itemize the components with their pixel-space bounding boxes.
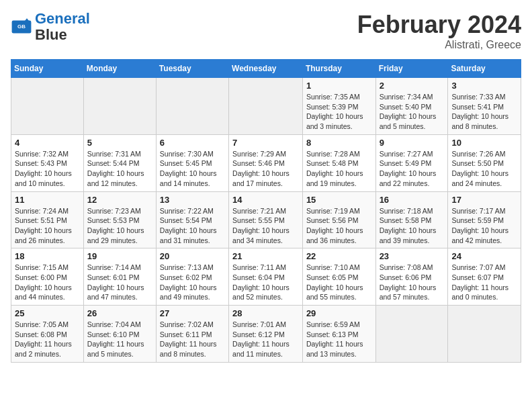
day-number: 4	[15, 138, 80, 148]
page-header: GB GeneralBlue February 2024 Alistrati, …	[11, 11, 521, 51]
day-info: Sunrise: 7:04 AM Sunset: 6:10 PM Dayligh…	[87, 320, 152, 359]
day-cell: 5Sunrise: 7:31 AM Sunset: 5:44 PM Daylig…	[83, 134, 156, 191]
logo-icon: GB	[11, 16, 32, 38]
day-number: 3	[451, 81, 517, 91]
day-number: 16	[380, 195, 445, 205]
subtitle: Alistrati, Greece	[357, 39, 521, 51]
day-cell: 11Sunrise: 7:24 AM Sunset: 5:51 PM Dayli…	[11, 191, 84, 248]
day-cell: 23Sunrise: 7:08 AM Sunset: 6:06 PM Dayli…	[375, 248, 448, 306]
day-info: Sunrise: 7:07 AM Sunset: 6:07 PM Dayligh…	[451, 263, 517, 302]
day-cell: 9Sunrise: 7:27 AM Sunset: 5:49 PM Daylig…	[375, 134, 448, 191]
day-number: 14	[232, 195, 299, 205]
calendar-header: SundayMondayTuesdayWednesdayThursdayFrid…	[11, 60, 521, 78]
day-number: 8	[306, 138, 372, 148]
day-number: 18	[15, 251, 80, 261]
header-cell-monday: Monday	[83, 60, 156, 78]
day-cell: 18Sunrise: 7:15 AM Sunset: 6:00 PM Dayli…	[11, 248, 84, 306]
day-cell	[448, 306, 521, 363]
day-cell: 6Sunrise: 7:30 AM Sunset: 5:45 PM Daylig…	[156, 134, 228, 191]
day-cell: 4Sunrise: 7:32 AM Sunset: 5:43 PM Daylig…	[11, 134, 84, 191]
day-cell: 2Sunrise: 7:34 AM Sunset: 5:40 PM Daylig…	[375, 78, 448, 135]
day-number: 24	[451, 251, 517, 261]
day-info: Sunrise: 7:33 AM Sunset: 5:41 PM Dayligh…	[451, 92, 517, 132]
day-info: Sunrise: 7:19 AM Sunset: 5:56 PM Dayligh…	[306, 206, 372, 246]
header-cell-sunday: Sunday	[11, 60, 84, 78]
header-cell-thursday: Thursday	[302, 60, 375, 78]
header-cell-tuesday: Tuesday	[156, 60, 228, 78]
day-number: 17	[451, 195, 517, 205]
day-info: Sunrise: 7:08 AM Sunset: 6:06 PM Dayligh…	[380, 263, 445, 302]
day-number: 27	[160, 308, 225, 318]
day-info: Sunrise: 7:14 AM Sunset: 6:01 PM Dayligh…	[87, 263, 152, 302]
day-cell: 14Sunrise: 7:21 AM Sunset: 5:55 PM Dayli…	[229, 191, 303, 248]
day-cell: 8Sunrise: 7:28 AM Sunset: 5:48 PM Daylig…	[302, 134, 375, 191]
day-number: 10	[451, 138, 517, 148]
day-number: 1	[306, 81, 372, 91]
day-cell: 22Sunrise: 7:10 AM Sunset: 6:05 PM Dayli…	[302, 248, 375, 306]
day-number: 2	[380, 81, 445, 91]
day-info: Sunrise: 7:01 AM Sunset: 6:12 PM Dayligh…	[232, 320, 299, 359]
day-info: Sunrise: 7:32 AM Sunset: 5:43 PM Dayligh…	[15, 149, 80, 189]
day-info: Sunrise: 7:17 AM Sunset: 5:59 PM Dayligh…	[451, 206, 517, 246]
calendar-table: SundayMondayTuesdayWednesdayThursdayFrid…	[11, 59, 521, 363]
logo: GB GeneralBlue	[11, 11, 90, 43]
day-info: Sunrise: 7:13 AM Sunset: 6:02 PM Dayligh…	[160, 263, 225, 302]
day-cell: 19Sunrise: 7:14 AM Sunset: 6:01 PM Dayli…	[83, 248, 156, 306]
week-row-2: 4Sunrise: 7:32 AM Sunset: 5:43 PM Daylig…	[11, 134, 521, 191]
day-info: Sunrise: 7:11 AM Sunset: 6:04 PM Dayligh…	[232, 263, 299, 302]
day-cell: 28Sunrise: 7:01 AM Sunset: 6:12 PM Dayli…	[229, 306, 303, 363]
day-info: Sunrise: 7:02 AM Sunset: 6:11 PM Dayligh…	[160, 320, 225, 359]
day-info: Sunrise: 7:26 AM Sunset: 5:50 PM Dayligh…	[451, 149, 517, 189]
day-info: Sunrise: 7:22 AM Sunset: 5:54 PM Dayligh…	[160, 206, 225, 246]
day-number: 23	[380, 251, 445, 261]
day-number: 13	[160, 195, 225, 205]
day-number: 11	[15, 195, 80, 205]
day-cell	[229, 78, 303, 135]
day-number: 29	[306, 308, 372, 318]
day-cell	[156, 78, 228, 135]
day-info: Sunrise: 7:28 AM Sunset: 5:48 PM Dayligh…	[306, 149, 372, 189]
day-cell: 12Sunrise: 7:23 AM Sunset: 5:53 PM Dayli…	[83, 191, 156, 248]
day-number: 6	[160, 138, 225, 148]
day-number: 5	[87, 138, 152, 148]
header-cell-saturday: Saturday	[448, 60, 521, 78]
day-info: Sunrise: 7:05 AM Sunset: 6:08 PM Dayligh…	[15, 320, 80, 359]
day-number: 28	[232, 308, 299, 318]
day-info: Sunrise: 7:35 AM Sunset: 5:39 PM Dayligh…	[306, 92, 372, 132]
day-number: 19	[87, 251, 152, 261]
logo-text: GeneralBlue	[35, 11, 90, 43]
day-cell: 13Sunrise: 7:22 AM Sunset: 5:54 PM Dayli…	[156, 191, 228, 248]
day-cell: 3Sunrise: 7:33 AM Sunset: 5:41 PM Daylig…	[448, 78, 521, 135]
week-row-1: 1Sunrise: 7:35 AM Sunset: 5:39 PM Daylig…	[11, 78, 521, 135]
day-number: 12	[87, 195, 152, 205]
week-row-4: 18Sunrise: 7:15 AM Sunset: 6:00 PM Dayli…	[11, 248, 521, 306]
day-cell	[375, 306, 448, 363]
header-row: SundayMondayTuesdayWednesdayThursdayFrid…	[11, 60, 521, 78]
day-number: 25	[15, 308, 80, 318]
day-info: Sunrise: 7:10 AM Sunset: 6:05 PM Dayligh…	[306, 263, 372, 302]
day-cell: 16Sunrise: 7:18 AM Sunset: 5:58 PM Dayli…	[375, 191, 448, 248]
day-cell: 15Sunrise: 7:19 AM Sunset: 5:56 PM Dayli…	[302, 191, 375, 248]
main-title: February 2024	[357, 11, 521, 39]
day-cell: 10Sunrise: 7:26 AM Sunset: 5:50 PM Dayli…	[448, 134, 521, 191]
header-cell-friday: Friday	[375, 60, 448, 78]
day-number: 20	[160, 251, 225, 261]
day-info: Sunrise: 7:18 AM Sunset: 5:58 PM Dayligh…	[380, 206, 445, 246]
day-info: Sunrise: 6:59 AM Sunset: 6:13 PM Dayligh…	[306, 320, 372, 359]
svg-text:GB: GB	[17, 24, 26, 30]
day-cell: 26Sunrise: 7:04 AM Sunset: 6:10 PM Dayli…	[83, 306, 156, 363]
title-block: February 2024 Alistrati, Greece	[357, 11, 521, 51]
day-info: Sunrise: 7:30 AM Sunset: 5:45 PM Dayligh…	[160, 149, 225, 189]
day-cell: 20Sunrise: 7:13 AM Sunset: 6:02 PM Dayli…	[156, 248, 228, 306]
day-number: 21	[232, 251, 299, 261]
day-cell: 17Sunrise: 7:17 AM Sunset: 5:59 PM Dayli…	[448, 191, 521, 248]
day-cell: 29Sunrise: 6:59 AM Sunset: 6:13 PM Dayli…	[302, 306, 375, 363]
header-cell-wednesday: Wednesday	[229, 60, 303, 78]
day-number: 9	[380, 138, 445, 148]
day-cell	[83, 78, 156, 135]
day-info: Sunrise: 7:31 AM Sunset: 5:44 PM Dayligh…	[87, 149, 152, 189]
day-info: Sunrise: 7:27 AM Sunset: 5:49 PM Dayligh…	[380, 149, 445, 189]
calendar-body: 1Sunrise: 7:35 AM Sunset: 5:39 PM Daylig…	[11, 78, 521, 363]
week-row-5: 25Sunrise: 7:05 AM Sunset: 6:08 PM Dayli…	[11, 306, 521, 363]
day-cell: 7Sunrise: 7:29 AM Sunset: 5:46 PM Daylig…	[229, 134, 303, 191]
